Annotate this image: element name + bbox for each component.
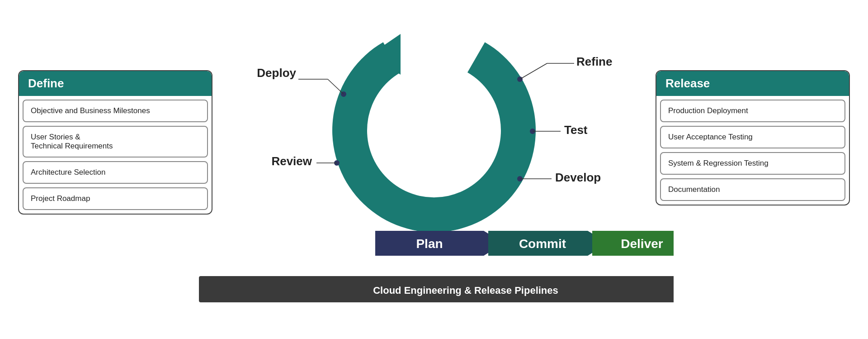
objective-item: Objective and Business Milestones bbox=[23, 100, 208, 122]
circular-arrow bbox=[332, 29, 536, 232]
regression-label: System & Regression Testing bbox=[668, 159, 769, 167]
right-panel: Release Production Deployment User Accep… bbox=[656, 70, 850, 205]
develop-label: Develop bbox=[555, 171, 601, 184]
production-item: Production Deployment bbox=[660, 100, 845, 122]
user-stories-label: User Stories &Technical Requirements bbox=[31, 133, 113, 150]
roadmap-item: Project Roadmap bbox=[23, 187, 208, 210]
test-label: Test bbox=[564, 123, 588, 137]
documentation-label: Documentation bbox=[668, 185, 720, 194]
plan-label: Plan bbox=[416, 237, 443, 251]
refine-line bbox=[520, 63, 547, 79]
release-section: Release Production Deployment User Accep… bbox=[656, 70, 850, 205]
ring-path bbox=[332, 29, 536, 232]
commit-label: Commit bbox=[519, 237, 566, 251]
main-diagram: Deploy Review Refine Test Develop Plan C… bbox=[194, 9, 674, 308]
uat-item: User Acceptance Testing bbox=[660, 126, 845, 148]
user-stories-item: User Stories &Technical Requirements bbox=[23, 126, 208, 158]
uat-label: User Acceptance Testing bbox=[668, 133, 753, 141]
documentation-item: Documentation bbox=[660, 178, 845, 201]
deploy-label: Deploy bbox=[257, 66, 296, 80]
deliver-label: Deliver bbox=[621, 237, 663, 251]
pipeline-label: Cloud Engineering & Release Pipelines bbox=[373, 285, 558, 296]
deploy-line bbox=[328, 79, 344, 94]
architecture-item: Architecture Selection bbox=[23, 161, 208, 184]
define-label: Define bbox=[28, 76, 64, 90]
refine-label: Refine bbox=[576, 55, 612, 68]
release-header: Release bbox=[656, 71, 849, 96]
review-label: Review bbox=[271, 154, 312, 168]
regression-item: System & Regression Testing bbox=[660, 152, 845, 175]
production-label: Production Deployment bbox=[668, 106, 748, 115]
define-header: Define bbox=[19, 71, 212, 96]
architecture-label: Architecture Selection bbox=[31, 168, 105, 177]
left-panel: Define Objective and Business Milestones… bbox=[18, 70, 212, 215]
define-section: Define Objective and Business Milestones… bbox=[18, 70, 212, 215]
roadmap-label: Project Roadmap bbox=[31, 194, 90, 203]
objective-label: Objective and Business Milestones bbox=[31, 106, 150, 115]
